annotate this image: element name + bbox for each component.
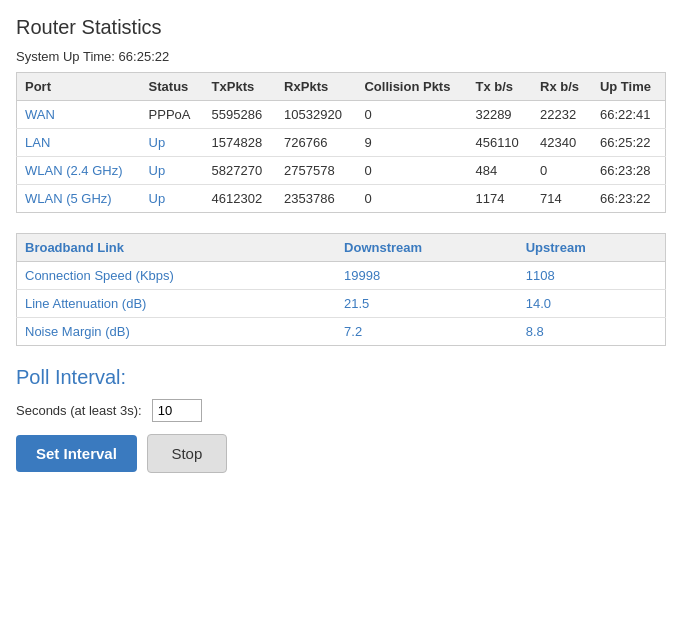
broadband-table: Broadband Link Downstream Upstream Conne… <box>16 233 666 346</box>
tx_bs-cell: 456110 <box>467 129 532 157</box>
txpkts-cell: 4612302 <box>204 185 277 213</box>
system-uptime-label: System Up Time: <box>16 49 115 64</box>
downstream-cell: 19998 <box>336 262 518 290</box>
col-uptime: Up Time <box>592 73 666 101</box>
table-row: Line Attenuation (dB)21.514.0 <box>17 290 666 318</box>
table-row: WLAN (5 GHz)Up461230223537860117471466:2… <box>17 185 666 213</box>
uptime-cell: 66:23:28 <box>592 157 666 185</box>
txpkts-cell: 5595286 <box>204 101 277 129</box>
col-status: Status <box>141 73 204 101</box>
col-broadband-link: Broadband Link <box>17 234 337 262</box>
rxpkts-cell: 2353786 <box>276 185 356 213</box>
port-cell: WAN <box>17 101 141 129</box>
ports-table: Port Status TxPkts RxPkts Collision Pkts… <box>16 72 666 213</box>
col-upstream: Upstream <box>518 234 666 262</box>
upstream-cell: 1108 <box>518 262 666 290</box>
broadband-label-cell: Connection Speed (Kbps) <box>17 262 337 290</box>
rxpkts-cell: 726766 <box>276 129 356 157</box>
col-port: Port <box>17 73 141 101</box>
broadband-label-cell: Line Attenuation (dB) <box>17 290 337 318</box>
col-collision: Collision Pkts <box>356 73 467 101</box>
uptime-cell: 66:23:22 <box>592 185 666 213</box>
rxpkts-cell: 10532920 <box>276 101 356 129</box>
uptime-cell: 66:22:41 <box>592 101 666 129</box>
rx_bs-cell: 714 <box>532 185 592 213</box>
table-row: LANUp157482872676694561104234066:25:22 <box>17 129 666 157</box>
col-downstream: Downstream <box>336 234 518 262</box>
set-interval-button[interactable]: Set Interval <box>16 435 137 472</box>
page-title: Router Statistics <box>16 16 666 39</box>
tx_bs-cell: 32289 <box>467 101 532 129</box>
status-cell: Up <box>141 157 204 185</box>
rx_bs-cell: 22232 <box>532 101 592 129</box>
col-rxpkts: RxPkts <box>276 73 356 101</box>
poll-section: Poll Interval: Seconds (at least 3s): Se… <box>16 366 666 473</box>
table-row: Connection Speed (Kbps)199981108 <box>17 262 666 290</box>
col-txpkts: TxPkts <box>204 73 277 101</box>
downstream-cell: 7.2 <box>336 318 518 346</box>
downstream-cell: 21.5 <box>336 290 518 318</box>
seconds-input[interactable] <box>152 399 202 422</box>
collision-cell: 9 <box>356 129 467 157</box>
tx_bs-cell: 1174 <box>467 185 532 213</box>
tx_bs-cell: 484 <box>467 157 532 185</box>
broadband-header-row: Broadband Link Downstream Upstream <box>17 234 666 262</box>
status-cell: Up <box>141 129 204 157</box>
status-cell: Up <box>141 185 204 213</box>
uptime-cell: 66:25:22 <box>592 129 666 157</box>
system-uptime: System Up Time: 66:25:22 <box>16 49 666 64</box>
rx_bs-cell: 42340 <box>532 129 592 157</box>
upstream-cell: 8.8 <box>518 318 666 346</box>
poll-title: Poll Interval: <box>16 366 666 389</box>
collision-cell: 0 <box>356 157 467 185</box>
table-row: WLAN (2.4 GHz)Up582727027575780484066:23… <box>17 157 666 185</box>
port-cell: WLAN (2.4 GHz) <box>17 157 141 185</box>
seconds-label: Seconds (at least 3s): <box>16 403 142 418</box>
col-rx-bs: Rx b/s <box>532 73 592 101</box>
port-cell: WLAN (5 GHz) <box>17 185 141 213</box>
upstream-cell: 14.0 <box>518 290 666 318</box>
txpkts-cell: 1574828 <box>204 129 277 157</box>
collision-cell: 0 <box>356 101 467 129</box>
txpkts-cell: 5827270 <box>204 157 277 185</box>
table-row: Noise Margin (dB)7.28.8 <box>17 318 666 346</box>
ports-table-header-row: Port Status TxPkts RxPkts Collision Pkts… <box>17 73 666 101</box>
stop-button[interactable]: Stop <box>147 434 227 473</box>
table-row: WANPPPoA5595286105329200322892223266:22:… <box>17 101 666 129</box>
rx_bs-cell: 0 <box>532 157 592 185</box>
collision-cell: 0 <box>356 185 467 213</box>
col-tx-bs: Tx b/s <box>467 73 532 101</box>
port-cell: LAN <box>17 129 141 157</box>
broadband-label-cell: Noise Margin (dB) <box>17 318 337 346</box>
system-uptime-value: 66:25:22 <box>119 49 170 64</box>
rxpkts-cell: 2757578 <box>276 157 356 185</box>
status-cell: PPPoA <box>141 101 204 129</box>
